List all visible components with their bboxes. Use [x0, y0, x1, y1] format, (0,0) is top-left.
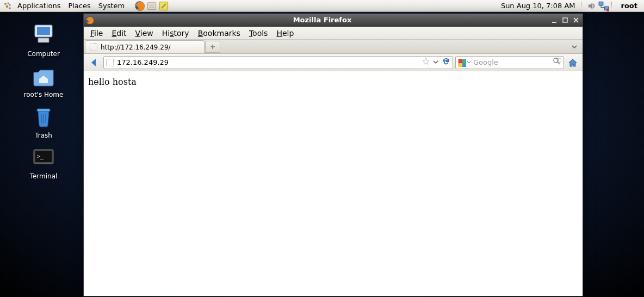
desktop-icon-label: root's Home: [24, 91, 64, 98]
menu-edit[interactable]: Edit: [107, 28, 131, 39]
firefox-launcher-icon[interactable]: [134, 1, 145, 11]
page-icon: [106, 59, 114, 66]
url-bar[interactable]: 172.16.249.29: [103, 56, 453, 69]
firefox-menubar: File Edit View History Bookmarks Tools H…: [84, 27, 583, 40]
desktop-icon-home[interactable]: root's Home: [17, 63, 70, 98]
svg-text:>_: >_: [37, 153, 44, 160]
menu-file[interactable]: File: [86, 28, 107, 39]
svg-point-16: [37, 42, 50, 46]
search-engine-dropdown-icon[interactable]: [467, 58, 471, 66]
gnome-top-panel: Applications Places System Sun Aug 10, 7…: [0, 0, 644, 12]
svg-rect-8: [149, 7, 154, 8]
svg-rect-22: [552, 22, 556, 23]
firefox-tabbar: http://172.16.249.29/: [84, 40, 583, 54]
desktop-icon-terminal[interactable]: >_ Terminal: [17, 144, 70, 180]
search-bar[interactable]: Google: [455, 56, 564, 69]
menu-tools[interactable]: Tools: [245, 28, 273, 39]
applications-menu[interactable]: Applications: [14, 1, 64, 11]
google-favicon: [458, 59, 466, 66]
computer-icon: [30, 22, 57, 48]
svg-rect-17: [37, 109, 50, 112]
places-menu[interactable]: Places: [65, 1, 94, 11]
history-dropdown-icon[interactable]: [433, 58, 438, 66]
desktop-icon-trash[interactable]: Trash: [17, 103, 70, 139]
search-placeholder: Google: [473, 58, 550, 66]
note-launcher-icon[interactable]: [158, 1, 169, 11]
bookmark-star-icon[interactable]: [422, 58, 430, 67]
firefox-window: Mozilla Firefox File Edit View History B…: [83, 14, 583, 296]
svg-point-3: [6, 5, 9, 8]
volume-icon[interactable]: [586, 1, 597, 11]
window-title: Mozilla Firefox: [96, 16, 549, 24]
menu-history[interactable]: History: [158, 28, 194, 39]
svg-point-0: [4, 3, 7, 5]
svg-rect-6: [148, 2, 156, 9]
page-body-text: hello hosta: [88, 77, 137, 87]
svg-rect-15: [38, 38, 49, 42]
page-icon: [90, 44, 97, 51]
home-folder-icon: [30, 63, 57, 89]
tab-list-dropdown[interactable]: [569, 42, 579, 52]
menu-view[interactable]: View: [131, 28, 158, 39]
desktop-icon-computer[interactable]: Computer: [17, 22, 70, 58]
network-icon[interactable]: [598, 1, 609, 11]
menu-help[interactable]: Help: [272, 28, 298, 39]
terminal-icon: >_: [30, 144, 57, 170]
desktop-icon-label: Computer: [27, 50, 60, 58]
svg-rect-14: [37, 27, 50, 35]
gnome-foot-icon: [2, 1, 13, 11]
back-button[interactable]: [87, 55, 101, 70]
desktop-icon-label: Terminal: [30, 172, 58, 180]
browser-tab[interactable]: http://172.16.249.29/: [85, 40, 205, 53]
new-tab-button[interactable]: [205, 41, 220, 53]
system-menu[interactable]: System: [95, 1, 128, 11]
svg-rect-7: [149, 4, 154, 5]
reload-icon[interactable]: [442, 57, 450, 67]
svg-point-4: [9, 7, 11, 9]
svg-point-25: [557, 58, 561, 63]
tab-label: http://172.16.249.29/: [101, 44, 171, 51]
url-text: 172.16.249.29: [117, 58, 419, 66]
panel-clock[interactable]: Sun Aug 10, 7:08 AM: [498, 2, 579, 10]
firefox-icon: [84, 16, 96, 24]
svg-rect-23: [563, 18, 567, 22]
close-button[interactable]: [571, 15, 581, 25]
svg-point-1: [8, 2, 9, 4]
separator: [611, 2, 615, 10]
menu-bookmarks[interactable]: Bookmarks: [194, 28, 245, 39]
home-button[interactable]: [566, 56, 579, 69]
svg-point-2: [9, 4, 10, 5]
user-menu[interactable]: root: [617, 2, 642, 10]
desktop-icon-label: Trash: [35, 132, 52, 139]
page-content: hello hosta: [84, 71, 583, 296]
firefox-navbar: 172.16.249.29 Google: [84, 54, 583, 71]
minimize-button[interactable]: [549, 15, 560, 25]
svg-rect-10: [599, 2, 603, 5]
search-go-icon[interactable]: [553, 57, 561, 67]
window-titlebar[interactable]: Mozilla Firefox: [84, 14, 583, 27]
maximize-button[interactable]: [560, 15, 571, 25]
trash-icon: [30, 103, 57, 129]
separator: [581, 2, 584, 10]
nautilus-launcher-icon[interactable]: [146, 1, 157, 11]
